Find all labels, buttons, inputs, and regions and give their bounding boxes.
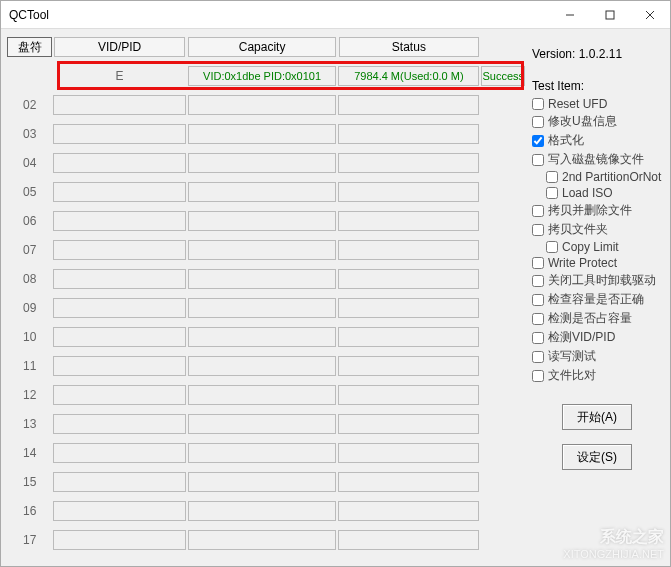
cell-capacity — [188, 472, 337, 492]
table-row: 05 — [7, 177, 526, 206]
cell-vidpid: VID:0x1dbe PID:0x0101 — [188, 66, 337, 86]
row-label: 11 — [7, 351, 52, 380]
cell-capacity — [188, 124, 337, 144]
check-box[interactable] — [532, 351, 544, 363]
start-button[interactable]: 开始(A) — [562, 404, 632, 430]
cell-status — [338, 211, 479, 231]
cell-status — [338, 385, 479, 405]
check-item[interactable]: 读写测试 — [532, 348, 662, 365]
table-row: 11 — [7, 351, 526, 380]
window-controls — [550, 1, 670, 28]
cell-capacity — [188, 385, 337, 405]
check-label: 拷贝文件夹 — [548, 221, 608, 238]
check-item[interactable]: 写入磁盘镜像文件 — [532, 151, 662, 168]
cell-vidpid — [53, 211, 185, 231]
row-label: 15 — [7, 467, 52, 496]
check-item[interactable]: 格式化 — [532, 132, 662, 149]
cell-capacity: 7984.4 M(Used:0.0 M) — [338, 66, 479, 86]
check-box[interactable] — [532, 332, 544, 344]
cell-capacity — [188, 182, 337, 202]
check-box[interactable] — [532, 313, 544, 325]
check-item[interactable]: 拷贝并删除文件 — [532, 202, 662, 219]
check-label: 检测VID/PID — [548, 329, 615, 346]
header-drive: 盘符 — [7, 37, 51, 57]
cell-capacity — [188, 356, 337, 376]
table-row: 02 — [7, 90, 526, 119]
check-box[interactable] — [532, 275, 544, 287]
check-item[interactable]: 修改U盘信息 — [532, 113, 662, 130]
cell-capacity — [188, 530, 337, 550]
check-box[interactable] — [532, 135, 544, 147]
cell-vidpid — [53, 153, 185, 173]
check-label: 检测是否占容量 — [548, 310, 632, 327]
check-item[interactable]: Reset UFD — [532, 97, 662, 111]
check-box[interactable] — [532, 224, 544, 236]
minimize-button[interactable] — [550, 1, 590, 28]
cell-vidpid — [53, 356, 185, 376]
table-row: 07 — [7, 235, 526, 264]
table-row: 10 — [7, 322, 526, 351]
cell-vidpid — [53, 269, 185, 289]
cell-vidpid — [53, 240, 185, 260]
table-row: 15 — [7, 467, 526, 496]
cell-capacity — [188, 443, 337, 463]
table-row: 16 — [7, 496, 526, 525]
cell-status — [338, 327, 479, 347]
check-item[interactable]: Copy Limit — [546, 240, 662, 254]
row-label: 17 — [7, 525, 52, 554]
cell-capacity — [188, 298, 337, 318]
check-box[interactable] — [546, 187, 558, 199]
cell-capacity — [188, 501, 337, 521]
cell-vidpid — [53, 501, 185, 521]
check-box[interactable] — [546, 241, 558, 253]
check-box[interactable] — [532, 370, 544, 382]
cell-status: Success — [481, 66, 525, 86]
check-box[interactable] — [532, 98, 544, 110]
cell-vidpid — [53, 182, 185, 202]
cell-vidpid — [53, 530, 185, 550]
cell-status — [338, 530, 479, 550]
cell-status — [338, 182, 479, 202]
row-label: 06 — [7, 206, 52, 235]
device-table: 盘符 VID/PID Capacity Status EVID:0x1dbe P… — [7, 33, 526, 554]
check-item[interactable]: 检测是否占容量 — [532, 310, 662, 327]
table-row: 06 — [7, 206, 526, 235]
maximize-button[interactable] — [590, 1, 630, 28]
close-button[interactable] — [630, 1, 670, 28]
cell-vidpid — [53, 385, 185, 405]
check-box[interactable] — [532, 205, 544, 217]
check-item[interactable]: Write Protect — [532, 256, 662, 270]
cell-vidpid — [53, 414, 185, 434]
titlebar: QCTool — [1, 1, 670, 29]
check-item[interactable]: 关闭工具时卸载驱动 — [532, 272, 662, 289]
cell-status — [338, 124, 479, 144]
row-label: E — [52, 61, 186, 90]
check-item[interactable]: Load ISO — [546, 186, 662, 200]
cell-vidpid — [53, 472, 185, 492]
table-row: 08 — [7, 264, 526, 293]
check-item[interactable]: 检查容量是否正确 — [532, 291, 662, 308]
cell-status — [338, 443, 479, 463]
cell-vidpid — [53, 124, 185, 144]
check-item[interactable]: 文件比对 — [532, 367, 662, 384]
cell-status — [338, 501, 479, 521]
cell-status — [338, 153, 479, 173]
check-label: Copy Limit — [562, 240, 619, 254]
check-label: 检查容量是否正确 — [548, 291, 644, 308]
check-box[interactable] — [532, 294, 544, 306]
check-item[interactable]: 检测VID/PID — [532, 329, 662, 346]
table-row: 17 — [7, 525, 526, 554]
cell-status — [338, 356, 479, 376]
check-label: Reset UFD — [548, 97, 607, 111]
check-item[interactable]: 2nd PartitionOrNot — [546, 170, 662, 184]
cell-status — [338, 414, 479, 434]
check-box[interactable] — [546, 171, 558, 183]
row-label: 09 — [7, 293, 52, 322]
check-item[interactable]: 拷贝文件夹 — [532, 221, 662, 238]
check-box[interactable] — [532, 154, 544, 166]
check-box[interactable] — [532, 257, 544, 269]
settings-button[interactable]: 设定(S) — [562, 444, 632, 470]
cell-capacity — [188, 95, 337, 115]
cell-capacity — [188, 211, 337, 231]
check-box[interactable] — [532, 116, 544, 128]
